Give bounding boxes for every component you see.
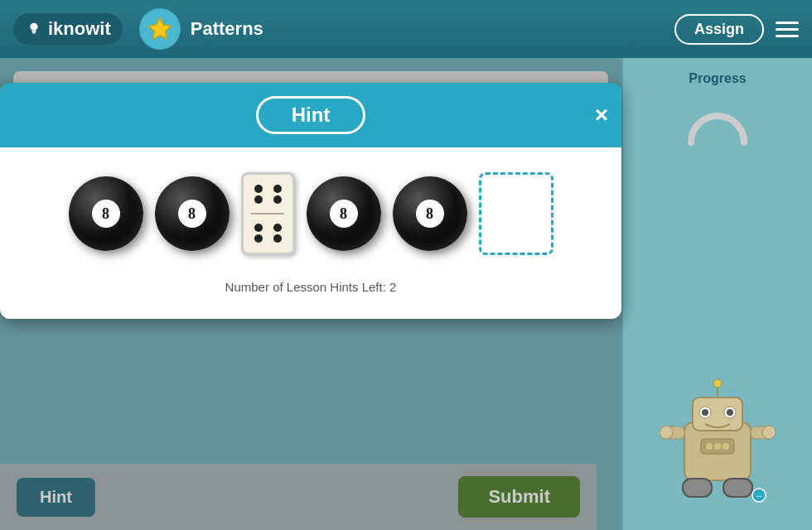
svg-rect-14 (683, 479, 712, 497)
eight-ball-number-2: 8 (188, 205, 196, 223)
eight-ball-circle-3: 8 (330, 200, 358, 228)
drop-target[interactable] (479, 172, 553, 255)
bulb-icon (25, 20, 43, 38)
star-icon (147, 16, 173, 42)
hint-modal-body: 8 8 (0, 147, 621, 319)
svg-point-18 (714, 443, 721, 450)
domino (241, 172, 295, 255)
menu-line-3 (776, 35, 799, 37)
svg-point-21 (713, 379, 722, 388)
robot-container: ↔ (660, 373, 776, 508)
hint-modal: Hint × 8 (0, 83, 621, 319)
assign-button[interactable]: Assign (674, 14, 764, 45)
dot-8 (273, 234, 282, 243)
dot-7 (254, 234, 263, 243)
eight-ball-2: 8 (155, 176, 230, 251)
domino-top-half (247, 185, 289, 204)
svg-point-12 (660, 426, 673, 439)
menu-line-1 (776, 22, 799, 24)
eight-ball-circle-4: 8 (416, 200, 444, 228)
logo-text: iknowit (48, 18, 111, 40)
eight-ball-number-3: 8 (340, 205, 347, 223)
svg-rect-1 (31, 31, 36, 32)
eight-ball-circle-1: 8 (92, 200, 120, 228)
dot-4 (273, 195, 282, 204)
progress-circle (684, 93, 751, 159)
pattern-row: 8 8 (69, 172, 553, 255)
eight-ball-number-4: 8 (426, 205, 433, 223)
progress-label: Progress (689, 71, 746, 86)
hint-modal-header: Hint × (0, 83, 621, 147)
hints-left-text: Number of Lesson Hints Left: 2 (225, 280, 397, 294)
hint-modal-overlay: Hint × 8 (0, 58, 621, 530)
dot-5 (254, 224, 263, 232)
hint-title-tab: Hint (256, 96, 366, 134)
eight-ball-1: 8 (69, 176, 143, 251)
activity-area: 🔊 Drag the object that continues the pat… (0, 58, 621, 530)
eight-ball-circle-2: 8 (178, 200, 206, 228)
svg-rect-2 (32, 32, 36, 34)
dot-2 (273, 185, 282, 193)
svg-point-13 (762, 426, 776, 439)
main: 🔊 Drag the object that continues the pat… (0, 58, 812, 530)
dot-6 (273, 224, 282, 232)
menu-line-2 (776, 28, 799, 31)
svg-point-0 (30, 23, 37, 31)
robot-icon: ↔ (660, 373, 776, 505)
header: iknowit Patterns Assign (0, 0, 812, 58)
svg-point-19 (723, 443, 729, 450)
eight-ball-number-1: 8 (102, 205, 109, 223)
dot-3 (254, 195, 263, 204)
svg-marker-3 (148, 18, 171, 39)
menu-icon[interactable] (776, 22, 799, 37)
svg-point-9 (727, 409, 733, 416)
right-sidebar: Progress (621, 58, 812, 530)
hint-close-button[interactable]: × (595, 104, 608, 127)
lesson-title: Patterns (191, 18, 263, 40)
eight-ball-3: 8 (307, 176, 381, 251)
star-badge (139, 8, 181, 50)
svg-point-8 (702, 409, 708, 416)
svg-text:↔: ↔ (755, 491, 763, 500)
domino-divider (251, 213, 285, 214)
logo-area: iknowit (13, 13, 123, 45)
eight-ball-4: 8 (393, 176, 467, 251)
svg-point-17 (706, 443, 713, 450)
header-right: Assign (674, 14, 799, 45)
dot-1 (254, 185, 263, 193)
svg-rect-15 (723, 479, 752, 497)
domino-bottom-half (247, 224, 289, 243)
